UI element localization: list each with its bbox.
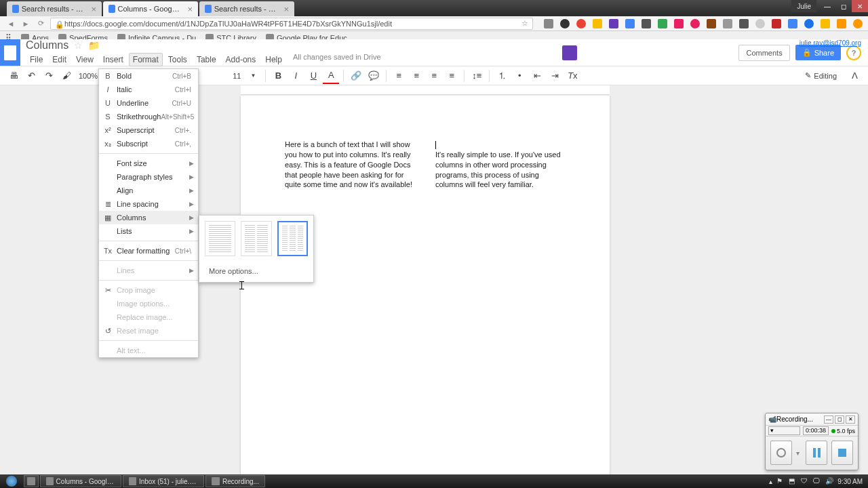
share-button[interactable]: 🔒 Share bbox=[795, 45, 841, 60]
tray-icon[interactable]: ⬒ bbox=[789, 477, 797, 485]
rw-restore[interactable]: ◻ bbox=[835, 415, 844, 424]
text-color-icon[interactable]: A bbox=[323, 68, 339, 84]
start-button[interactable] bbox=[0, 474, 23, 488]
volume-icon[interactable]: 🔊 bbox=[825, 477, 833, 485]
align-right-icon[interactable]: ≡ bbox=[426, 68, 442, 84]
tab-close-icon[interactable]: × bbox=[283, 4, 289, 14]
bulleted-list-icon[interactable]: • bbox=[511, 68, 528, 84]
rw-minimize[interactable]: — bbox=[824, 415, 833, 424]
minimize-button[interactable]: — bbox=[819, 0, 835, 12]
dropdown-arrow-icon[interactable]: ▾ bbox=[796, 449, 802, 457]
format-menu-strikethrough[interactable]: SStrikethroughAlt+Shift+5 bbox=[99, 110, 198, 123]
ext-icon[interactable] bbox=[821, 19, 830, 28]
format-menu-font-size[interactable]: Font size▶ bbox=[99, 157, 198, 170]
decrease-indent-icon[interactable]: ⇤ bbox=[529, 68, 545, 84]
star-icon[interactable]: ☆ bbox=[74, 40, 83, 51]
increase-indent-icon[interactable]: ⇥ bbox=[547, 68, 563, 84]
format-menu-subscript[interactable]: x₂SubscriptCtrl+, bbox=[99, 137, 198, 150]
document-title[interactable]: Columns bbox=[26, 39, 68, 52]
menu-table[interactable]: Table bbox=[193, 53, 220, 66]
link-icon[interactable]: 🔗 bbox=[348, 68, 364, 84]
collapse-toolbar-icon[interactable]: ᐱ bbox=[846, 68, 863, 84]
ext-icon[interactable] bbox=[772, 19, 781, 28]
column-option-2[interactable] bbox=[241, 221, 271, 256]
ext-icon[interactable] bbox=[690, 19, 700, 28]
user-email[interactable]: julie.ray@isd709.org bbox=[800, 39, 861, 47]
menu-format[interactable]: Format bbox=[129, 53, 163, 66]
pause-button[interactable] bbox=[806, 441, 827, 465]
url-input[interactable]: 🔒 https://docs.google.com/document/d/1NJ… bbox=[50, 18, 533, 30]
column-option-1[interactable] bbox=[205, 221, 235, 256]
tray-icon[interactable]: ⚑ bbox=[776, 477, 785, 485]
format-menu-lists[interactable]: Lists▶ bbox=[99, 224, 198, 238]
column-2[interactable]: It's really simple to use. If you've use… bbox=[435, 140, 566, 190]
pinned-item[interactable] bbox=[24, 475, 39, 487]
undo-icon[interactable]: ↶ bbox=[23, 68, 39, 84]
close-button[interactable]: ✕ bbox=[852, 0, 868, 12]
browser-user-label[interactable]: Julie bbox=[791, 0, 816, 12]
format-menu-italic[interactable]: IItalicCtrl+I bbox=[99, 83, 198, 96]
maximize-button[interactable]: ◻ bbox=[835, 0, 852, 12]
format-menu-clear-formatting[interactable]: TxClear formattingCtrl+\ bbox=[99, 244, 198, 258]
ext-icon[interactable] bbox=[576, 19, 586, 28]
menu-add-ons[interactable]: Add-ons bbox=[222, 53, 260, 66]
format-menu-bold[interactable]: BBoldCtrl+B bbox=[99, 69, 198, 83]
print-icon[interactable]: 🖶 bbox=[5, 68, 22, 84]
align-justify-icon[interactable]: ≡ bbox=[443, 68, 460, 84]
menu-tools[interactable]: Tools bbox=[164, 53, 191, 66]
underline-icon[interactable]: U bbox=[305, 68, 321, 84]
horizontal-ruler[interactable] bbox=[241, 85, 610, 95]
ext-icon[interactable] bbox=[560, 19, 570, 28]
browser-tab[interactable]: Search results - Google× bbox=[7, 1, 102, 16]
taskbar-item[interactable]: Recording... bbox=[205, 475, 265, 487]
ext-icon[interactable] bbox=[837, 19, 846, 28]
numbered-list-icon[interactable]: ⒈ bbox=[494, 68, 510, 84]
line-spacing-icon[interactable]: ↕≡ bbox=[469, 68, 485, 84]
tab-close-icon[interactable]: × bbox=[187, 4, 193, 14]
fontsize-arrow-icon[interactable]: ▼ bbox=[245, 68, 261, 84]
column-1[interactable]: Here is a bunch of text that I will show… bbox=[285, 140, 415, 190]
ext-icon[interactable] bbox=[625, 19, 635, 28]
taskbar-clock[interactable]: 9:30 AM bbox=[837, 478, 863, 485]
folder-icon[interactable]: 📁 bbox=[88, 40, 100, 51]
align-center-icon[interactable]: ≡ bbox=[408, 68, 425, 84]
format-menu-align[interactable]: Align▶ bbox=[99, 184, 198, 197]
format-menu-superscript[interactable]: x²SuperscriptCtrl+. bbox=[99, 123, 198, 137]
network-icon[interactable]: 🖵 bbox=[813, 477, 821, 485]
back-button[interactable]: ◄ bbox=[5, 18, 16, 29]
menu-file[interactable]: File bbox=[26, 53, 47, 66]
editing-mode-button[interactable]: ✎ Editing bbox=[800, 68, 842, 83]
docs-logo[interactable] bbox=[0, 39, 20, 66]
recording-dropdown[interactable]: ▾ bbox=[768, 426, 800, 435]
font-size-input[interactable]: 11 bbox=[230, 72, 243, 80]
addon-badge-icon[interactable] bbox=[562, 45, 577, 60]
comment-icon[interactable]: 💬 bbox=[366, 68, 382, 84]
ext-icon[interactable] bbox=[853, 19, 863, 28]
taskbar-item[interactable]: Columns - Google D... bbox=[40, 475, 121, 487]
ext-icon[interactable] bbox=[593, 19, 602, 28]
tray-icon[interactable]: 🛡 bbox=[801, 477, 809, 485]
ext-icon[interactable] bbox=[723, 19, 732, 28]
ext-icon[interactable] bbox=[707, 19, 716, 28]
taskbar-item[interactable]: Inbox (51) - julie.ray... bbox=[123, 475, 204, 487]
ext-icon[interactable] bbox=[658, 19, 667, 28]
column-option-3[interactable] bbox=[277, 221, 308, 256]
stop-button[interactable] bbox=[831, 441, 853, 465]
bookmark-star-icon[interactable]: ☆ bbox=[521, 19, 528, 28]
italic-icon[interactable]: I bbox=[288, 68, 304, 84]
help-icon[interactable]: ? bbox=[846, 45, 861, 60]
ext-icon[interactable] bbox=[788, 19, 797, 28]
clear-format-icon[interactable]: Tx bbox=[564, 68, 580, 84]
format-menu-underline[interactable]: UUnderlineCtrl+U bbox=[99, 96, 198, 110]
ext-icon[interactable] bbox=[804, 19, 814, 28]
zoom-select[interactable]: 100% bbox=[76, 72, 100, 80]
forward-button[interactable]: ► bbox=[20, 18, 31, 29]
format-menu-paragraph-styles[interactable]: Paragraph styles▶ bbox=[99, 170, 198, 184]
ext-icon[interactable] bbox=[674, 19, 684, 28]
browser-tab[interactable]: Columns - Google Docs× bbox=[103, 1, 198, 16]
ext-icon[interactable] bbox=[544, 19, 553, 28]
ext-icon[interactable] bbox=[755, 19, 765, 28]
menu-insert[interactable]: Insert bbox=[99, 53, 127, 66]
redo-icon[interactable]: ↷ bbox=[41, 68, 57, 84]
bold-icon[interactable]: B bbox=[270, 68, 286, 84]
